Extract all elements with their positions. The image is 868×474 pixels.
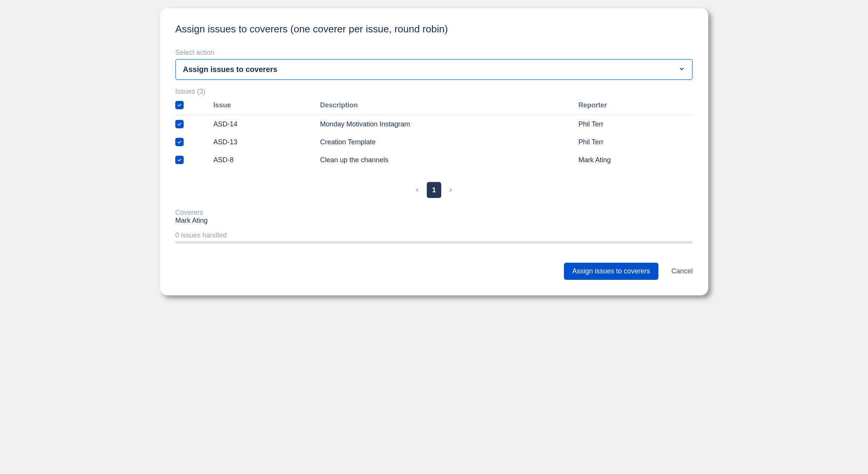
table-row: ASD-14 Monday Motivation Instagram Phil … [175, 115, 693, 134]
dialog-title: Assign issues to coverers (one coverer p… [175, 23, 693, 35]
page-number-current[interactable]: 1 [427, 182, 441, 198]
action-select[interactable]: Assign issues to coverers [175, 59, 693, 80]
row-checkbox[interactable] [175, 156, 184, 164]
cancel-button[interactable]: Cancel [671, 267, 693, 275]
progress-label: 0 issues handled [175, 231, 693, 239]
issue-reporter: Phil Terr [578, 115, 693, 134]
next-page-button[interactable] [447, 187, 454, 193]
column-header-description: Description [320, 97, 578, 115]
action-label: Select action [175, 49, 693, 57]
issue-description: Creation Template [320, 133, 578, 151]
issues-table: Issue Description Reporter ASD-14 Monday… [175, 97, 693, 169]
issue-description: Monday Motivation Instagram [320, 115, 578, 134]
row-checkbox[interactable] [175, 138, 184, 146]
assign-issues-dialog: Assign issues to coverers (one coverer p… [160, 8, 708, 295]
assign-button[interactable]: Assign issues to coverers [564, 263, 658, 280]
chevron-right-icon [447, 187, 454, 193]
issue-description: Clean up the channels [320, 151, 578, 169]
issue-reporter: Phil Terr [578, 133, 693, 151]
table-row: ASD-13 Creation Template Phil Terr [175, 133, 693, 151]
pagination: 1 [175, 182, 693, 198]
issue-id: ASD-8 [213, 151, 320, 169]
issue-id: ASD-13 [213, 133, 320, 151]
issue-id: ASD-14 [213, 115, 320, 134]
row-checkbox[interactable] [175, 120, 184, 128]
issues-label: Issues (3) [175, 88, 693, 96]
progress-bar [175, 241, 693, 244]
column-header-issue: Issue [213, 97, 320, 115]
column-header-reporter: Reporter [578, 97, 693, 115]
select-all-checkbox[interactable] [175, 101, 184, 109]
coverers-name: Mark Ating [175, 217, 693, 225]
coverers-label: Coverers [175, 209, 693, 217]
issue-reporter: Mark Ating [578, 151, 693, 169]
chevron-down-icon [678, 65, 685, 74]
table-row: ASD-8 Clean up the channels Mark Ating [175, 151, 693, 169]
dialog-actions: Assign issues to coverers Cancel [175, 263, 693, 280]
prev-page-button[interactable] [414, 187, 421, 193]
action-select-value: Assign issues to coverers [183, 65, 277, 74]
chevron-left-icon [414, 187, 421, 193]
